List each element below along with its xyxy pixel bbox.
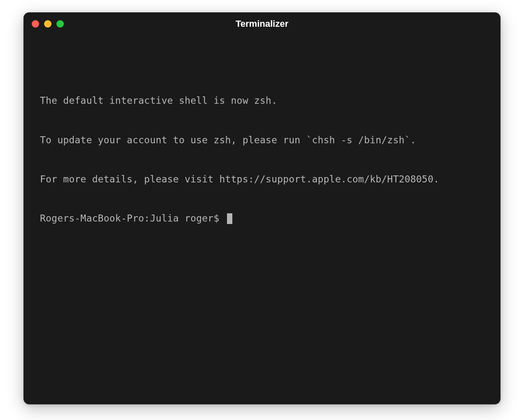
- terminal-output-line: For more details, please visit https://s…: [40, 173, 484, 186]
- window-title: Terminalizer: [23, 19, 501, 29]
- terminal-output-line: To update your account to use zsh, pleas…: [40, 134, 484, 147]
- maximize-icon[interactable]: [56, 20, 64, 28]
- terminal-body[interactable]: The default interactive shell is now zsh…: [23, 35, 501, 404]
- close-icon[interactable]: [32, 20, 39, 28]
- prompt-line: Rogers-MacBook-Pro:Julia roger$: [40, 212, 484, 225]
- traffic-lights: [32, 20, 64, 28]
- prompt-text: Rogers-MacBook-Pro:Julia roger$: [40, 212, 225, 225]
- minimize-icon[interactable]: [44, 20, 51, 28]
- terminal-window: Terminalizer The default interactive she…: [23, 12, 501, 404]
- terminal-output-line: The default interactive shell is now zsh…: [40, 94, 484, 107]
- titlebar: Terminalizer: [23, 12, 501, 35]
- cursor-icon: [227, 213, 232, 224]
